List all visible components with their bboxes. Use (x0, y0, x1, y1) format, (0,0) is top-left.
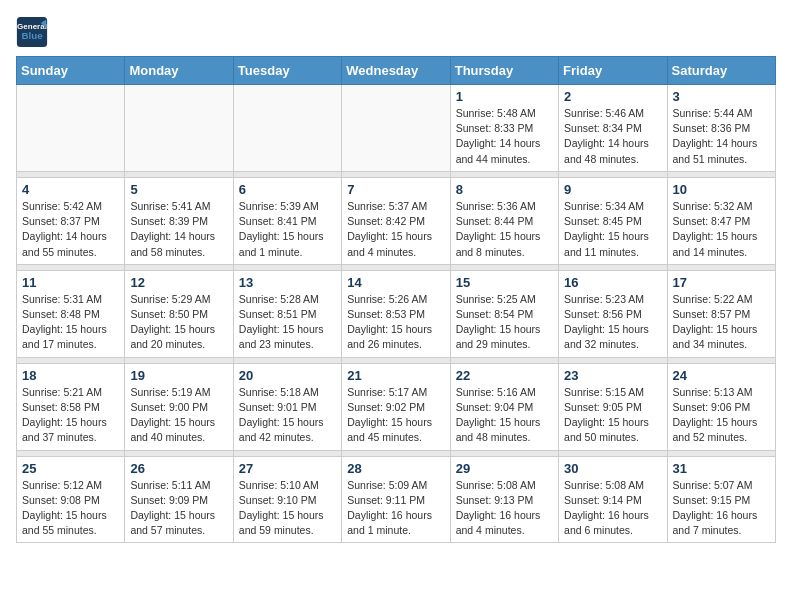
calendar-cell (342, 85, 450, 172)
weekday-header-wednesday: Wednesday (342, 57, 450, 85)
calendar-cell: 30Sunrise: 5:08 AM Sunset: 9:14 PM Dayli… (559, 456, 667, 543)
calendar-cell: 24Sunrise: 5:13 AM Sunset: 9:06 PM Dayli… (667, 363, 775, 450)
day-number: 21 (347, 368, 444, 383)
day-number: 31 (673, 461, 770, 476)
day-number: 23 (564, 368, 661, 383)
calendar-cell: 9Sunrise: 5:34 AM Sunset: 8:45 PM Daylig… (559, 177, 667, 264)
cell-info: Sunrise: 5:23 AM Sunset: 8:56 PM Dayligh… (564, 292, 661, 353)
day-number: 27 (239, 461, 336, 476)
calendar-cell: 8Sunrise: 5:36 AM Sunset: 8:44 PM Daylig… (450, 177, 558, 264)
calendar-week-5: 25Sunrise: 5:12 AM Sunset: 9:08 PM Dayli… (17, 456, 776, 543)
calendar-cell: 10Sunrise: 5:32 AM Sunset: 8:47 PM Dayli… (667, 177, 775, 264)
cell-info: Sunrise: 5:37 AM Sunset: 8:42 PM Dayligh… (347, 199, 444, 260)
cell-info: Sunrise: 5:07 AM Sunset: 9:15 PM Dayligh… (673, 478, 770, 539)
cell-info: Sunrise: 5:22 AM Sunset: 8:57 PM Dayligh… (673, 292, 770, 353)
calendar-cell: 11Sunrise: 5:31 AM Sunset: 8:48 PM Dayli… (17, 270, 125, 357)
calendar-cell (125, 85, 233, 172)
weekday-header-saturday: Saturday (667, 57, 775, 85)
day-number: 13 (239, 275, 336, 290)
calendar-cell: 18Sunrise: 5:21 AM Sunset: 8:58 PM Dayli… (17, 363, 125, 450)
cell-info: Sunrise: 5:25 AM Sunset: 8:54 PM Dayligh… (456, 292, 553, 353)
cell-info: Sunrise: 5:10 AM Sunset: 9:10 PM Dayligh… (239, 478, 336, 539)
calendar-cell: 27Sunrise: 5:10 AM Sunset: 9:10 PM Dayli… (233, 456, 341, 543)
weekday-header-sunday: Sunday (17, 57, 125, 85)
calendar-week-3: 11Sunrise: 5:31 AM Sunset: 8:48 PM Dayli… (17, 270, 776, 357)
day-number: 15 (456, 275, 553, 290)
weekday-header-thursday: Thursday (450, 57, 558, 85)
cell-info: Sunrise: 5:16 AM Sunset: 9:04 PM Dayligh… (456, 385, 553, 446)
cell-info: Sunrise: 5:42 AM Sunset: 8:37 PM Dayligh… (22, 199, 119, 260)
cell-info: Sunrise: 5:21 AM Sunset: 8:58 PM Dayligh… (22, 385, 119, 446)
day-number: 19 (130, 368, 227, 383)
calendar-cell: 6Sunrise: 5:39 AM Sunset: 8:41 PM Daylig… (233, 177, 341, 264)
day-number: 8 (456, 182, 553, 197)
day-number: 20 (239, 368, 336, 383)
cell-info: Sunrise: 5:31 AM Sunset: 8:48 PM Dayligh… (22, 292, 119, 353)
cell-info: Sunrise: 5:12 AM Sunset: 9:08 PM Dayligh… (22, 478, 119, 539)
day-number: 17 (673, 275, 770, 290)
day-number: 4 (22, 182, 119, 197)
weekday-header-friday: Friday (559, 57, 667, 85)
day-number: 24 (673, 368, 770, 383)
day-number: 12 (130, 275, 227, 290)
calendar-cell: 20Sunrise: 5:18 AM Sunset: 9:01 PM Dayli… (233, 363, 341, 450)
calendar-cell: 21Sunrise: 5:17 AM Sunset: 9:02 PM Dayli… (342, 363, 450, 450)
day-number: 5 (130, 182, 227, 197)
day-number: 10 (673, 182, 770, 197)
calendar-cell: 7Sunrise: 5:37 AM Sunset: 8:42 PM Daylig… (342, 177, 450, 264)
weekday-header-monday: Monday (125, 57, 233, 85)
calendar-cell: 23Sunrise: 5:15 AM Sunset: 9:05 PM Dayli… (559, 363, 667, 450)
calendar-cell: 4Sunrise: 5:42 AM Sunset: 8:37 PM Daylig… (17, 177, 125, 264)
svg-text:Blue: Blue (21, 30, 43, 41)
calendar-cell: 13Sunrise: 5:28 AM Sunset: 8:51 PM Dayli… (233, 270, 341, 357)
day-number: 7 (347, 182, 444, 197)
cell-info: Sunrise: 5:15 AM Sunset: 9:05 PM Dayligh… (564, 385, 661, 446)
cell-info: Sunrise: 5:34 AM Sunset: 8:45 PM Dayligh… (564, 199, 661, 260)
cell-info: Sunrise: 5:39 AM Sunset: 8:41 PM Dayligh… (239, 199, 336, 260)
day-number: 2 (564, 89, 661, 104)
day-number: 16 (564, 275, 661, 290)
day-number: 3 (673, 89, 770, 104)
cell-info: Sunrise: 5:48 AM Sunset: 8:33 PM Dayligh… (456, 106, 553, 167)
page-header: General Blue (16, 16, 776, 48)
calendar-week-1: 1Sunrise: 5:48 AM Sunset: 8:33 PM Daylig… (17, 85, 776, 172)
day-number: 26 (130, 461, 227, 476)
calendar-cell: 22Sunrise: 5:16 AM Sunset: 9:04 PM Dayli… (450, 363, 558, 450)
day-number: 18 (22, 368, 119, 383)
day-number: 22 (456, 368, 553, 383)
day-number: 25 (22, 461, 119, 476)
calendar-cell (233, 85, 341, 172)
calendar-week-2: 4Sunrise: 5:42 AM Sunset: 8:37 PM Daylig… (17, 177, 776, 264)
day-number: 1 (456, 89, 553, 104)
calendar-cell: 2Sunrise: 5:46 AM Sunset: 8:34 PM Daylig… (559, 85, 667, 172)
calendar-table: SundayMondayTuesdayWednesdayThursdayFrid… (16, 56, 776, 543)
cell-info: Sunrise: 5:26 AM Sunset: 8:53 PM Dayligh… (347, 292, 444, 353)
calendar-cell: 12Sunrise: 5:29 AM Sunset: 8:50 PM Dayli… (125, 270, 233, 357)
calendar-cell: 28Sunrise: 5:09 AM Sunset: 9:11 PM Dayli… (342, 456, 450, 543)
cell-info: Sunrise: 5:13 AM Sunset: 9:06 PM Dayligh… (673, 385, 770, 446)
day-number: 14 (347, 275, 444, 290)
calendar-cell: 25Sunrise: 5:12 AM Sunset: 9:08 PM Dayli… (17, 456, 125, 543)
cell-info: Sunrise: 5:18 AM Sunset: 9:01 PM Dayligh… (239, 385, 336, 446)
cell-info: Sunrise: 5:46 AM Sunset: 8:34 PM Dayligh… (564, 106, 661, 167)
calendar-cell: 15Sunrise: 5:25 AM Sunset: 8:54 PM Dayli… (450, 270, 558, 357)
cell-info: Sunrise: 5:11 AM Sunset: 9:09 PM Dayligh… (130, 478, 227, 539)
cell-info: Sunrise: 5:08 AM Sunset: 9:14 PM Dayligh… (564, 478, 661, 539)
calendar-cell: 5Sunrise: 5:41 AM Sunset: 8:39 PM Daylig… (125, 177, 233, 264)
cell-info: Sunrise: 5:17 AM Sunset: 9:02 PM Dayligh… (347, 385, 444, 446)
day-number: 9 (564, 182, 661, 197)
cell-info: Sunrise: 5:36 AM Sunset: 8:44 PM Dayligh… (456, 199, 553, 260)
cell-info: Sunrise: 5:28 AM Sunset: 8:51 PM Dayligh… (239, 292, 336, 353)
weekday-header-tuesday: Tuesday (233, 57, 341, 85)
calendar-cell: 31Sunrise: 5:07 AM Sunset: 9:15 PM Dayli… (667, 456, 775, 543)
cell-info: Sunrise: 5:08 AM Sunset: 9:13 PM Dayligh… (456, 478, 553, 539)
calendar-cell: 14Sunrise: 5:26 AM Sunset: 8:53 PM Dayli… (342, 270, 450, 357)
day-number: 30 (564, 461, 661, 476)
cell-info: Sunrise: 5:19 AM Sunset: 9:00 PM Dayligh… (130, 385, 227, 446)
cell-info: Sunrise: 5:09 AM Sunset: 9:11 PM Dayligh… (347, 478, 444, 539)
calendar-cell: 29Sunrise: 5:08 AM Sunset: 9:13 PM Dayli… (450, 456, 558, 543)
cell-info: Sunrise: 5:32 AM Sunset: 8:47 PM Dayligh… (673, 199, 770, 260)
calendar-cell (17, 85, 125, 172)
weekday-header-row: SundayMondayTuesdayWednesdayThursdayFrid… (17, 57, 776, 85)
calendar-cell: 17Sunrise: 5:22 AM Sunset: 8:57 PM Dayli… (667, 270, 775, 357)
